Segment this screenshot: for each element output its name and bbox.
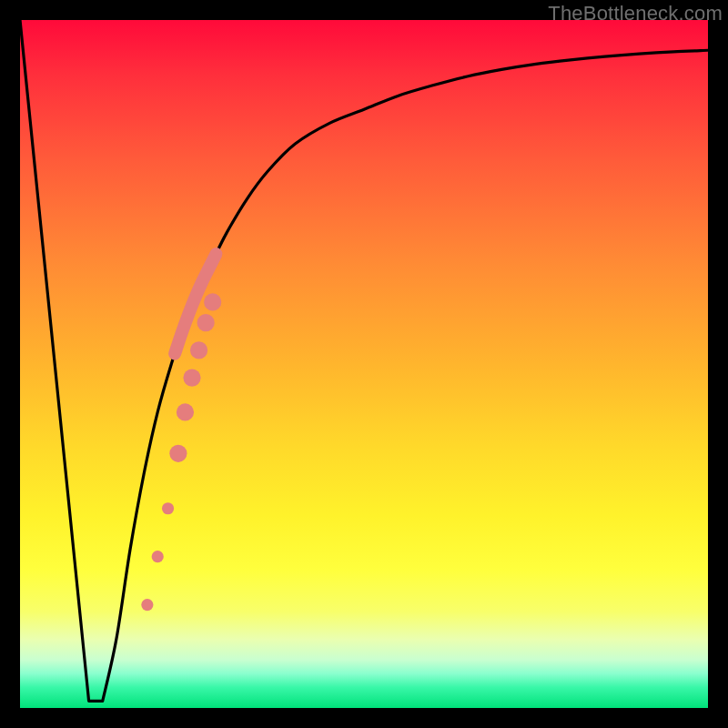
bottleneck-curve: [20, 20, 708, 701]
highlight-dot: [204, 293, 221, 310]
watermark-text: TheBottleneck.com: [548, 2, 723, 25]
chart-container: TheBottleneck.com: [0, 0, 728, 728]
highlight-dot: [183, 369, 200, 387]
highlight-dot: [162, 502, 174, 514]
highlight-dot: [169, 445, 187, 462]
highlight-dot: [177, 403, 194, 420]
highlight-dot: [152, 551, 164, 562]
highlight-dot: [197, 314, 215, 331]
plot-area: [20, 20, 708, 708]
bottleneck-chart: [20, 20, 708, 708]
highlight-dot: [141, 599, 153, 611]
highlight-dot: [190, 341, 207, 359]
